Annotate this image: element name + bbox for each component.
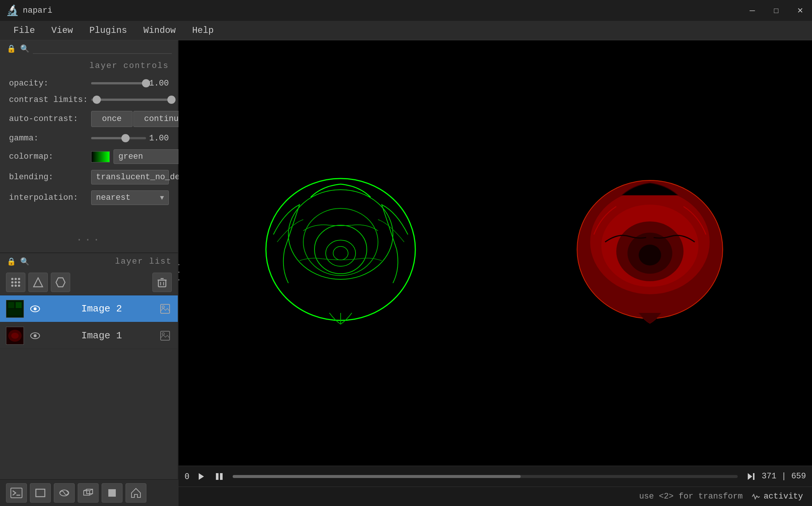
layer-thumbnail-image1 (6, 327, 24, 345)
layer-item-image1[interactable]: Image 1 (0, 322, 178, 349)
svg-rect-29 (161, 331, 170, 340)
layer-toolbar (0, 270, 178, 295)
svg-point-1 (15, 278, 17, 280)
svg-point-5 (18, 281, 20, 283)
colormap-swatch (91, 151, 110, 162)
svg-rect-60 (220, 473, 223, 480)
svg-point-0 (11, 278, 13, 280)
layer-list-panel: 🔒 🔍 layer list (0, 253, 178, 506)
svg-rect-17 (8, 302, 14, 308)
ll-lock-icon: 🔒 (6, 256, 16, 267)
skip-end-button[interactable] (744, 469, 759, 484)
stop-frame-button[interactable] (212, 469, 227, 484)
layer-controls-panel: layer controls opacity: 1.00 contrast li… (0, 57, 178, 253)
panel-side-dots: ··· (174, 262, 184, 285)
layer-controls-title: layer controls (0, 61, 178, 75)
menu-file[interactable]: File (6, 23, 43, 38)
colormap-container: green ▼ (91, 149, 188, 164)
layer-list-topbar: 🔒 🔍 layer list (0, 253, 178, 270)
svg-marker-61 (748, 473, 752, 480)
titlebar: 🔬 napari ─ □ ✕ (0, 0, 812, 21)
main-layout: 🔒 🔍 layer controls opacity: 1.00 con (0, 40, 812, 506)
brain-green (255, 167, 427, 339)
home-button[interactable] (125, 483, 146, 503)
once-button[interactable]: once (91, 111, 133, 127)
frame-count: 371 | 659 (762, 472, 806, 481)
gamma-slider[interactable] (91, 137, 146, 139)
svg-point-26 (11, 333, 19, 339)
opacity-slider[interactable] (91, 82, 146, 84)
play-button[interactable] (194, 469, 209, 484)
stop-button[interactable] (102, 483, 123, 503)
svg-rect-22 (161, 304, 170, 313)
bottom-toolbar (0, 479, 179, 506)
layer-item-image2[interactable]: Image 2 (0, 295, 178, 322)
add-labels-button[interactable] (51, 273, 70, 292)
svg-point-56 (639, 245, 661, 266)
left-panel: 🔒 🔍 layer controls opacity: 1.00 con (0, 40, 179, 506)
layer-name-image2: Image 2 (45, 303, 158, 314)
svg-rect-33 (36, 489, 45, 497)
colormap-dropdown[interactable]: green ▼ (114, 149, 188, 164)
contrast-limits-slider[interactable] (91, 99, 169, 101)
menu-view[interactable]: View (44, 23, 81, 38)
svg-point-4 (15, 281, 17, 283)
svg-rect-62 (753, 473, 754, 480)
auto-contrast-label: auto-contrast: (9, 114, 91, 124)
canvas-area[interactable] (179, 40, 812, 466)
blending-dropdown[interactable]: translucent_no_depth ▼ (91, 170, 169, 184)
activity-button[interactable]: activity (751, 492, 803, 501)
svg-point-6 (11, 285, 13, 287)
menu-help[interactable]: Help (185, 23, 221, 38)
layer-type-icon-image2 (158, 302, 172, 316)
interpolation-row: interpolation: nearest ▼ (0, 187, 178, 208)
opacity-value: 1.00 (149, 79, 169, 88)
blending-row: blending: translucent_no_depth ▼ (0, 167, 178, 187)
lock-icon: 🔒 (6, 43, 16, 54)
window-controls: ─ □ ✕ (740, 0, 812, 21)
delete-layer-button[interactable] (152, 273, 172, 292)
colormap-value: green (118, 152, 143, 161)
rectangle-button[interactable] (30, 483, 51, 503)
transform-hint: use <2> for transform (639, 492, 743, 501)
svg-marker-10 (56, 278, 65, 287)
svg-rect-11 (158, 280, 166, 287)
svg-point-2 (18, 278, 20, 280)
layer-thumbnail-image2 (6, 300, 24, 318)
interpolation-value: nearest (96, 193, 130, 202)
svg-marker-58 (199, 473, 204, 480)
frame-number: 0 (185, 472, 189, 481)
svg-point-21 (34, 307, 37, 310)
colormap-label: colormap: (9, 152, 91, 161)
2d-view-button[interactable] (78, 483, 99, 503)
layer-list-title: layer list (115, 257, 172, 266)
svg-point-7 (15, 285, 17, 287)
svg-rect-19 (8, 310, 22, 316)
minimize-button[interactable]: ─ (740, 0, 764, 21)
colormap-row: colormap: green ▼ (0, 146, 178, 167)
layer-visibility-image2[interactable] (28, 302, 42, 316)
svg-point-8 (18, 285, 20, 287)
layer-type-icon-image1 (158, 329, 172, 342)
brain-red (564, 167, 736, 339)
add-shapes-button[interactable] (28, 273, 48, 292)
layer-name-image1: Image 1 (45, 330, 158, 341)
viewer-playback-controls: 0 371 | 659 (179, 466, 812, 487)
menu-plugins[interactable]: Plugins (82, 23, 134, 38)
gamma-row: gamma: 1.00 (0, 130, 178, 146)
close-button[interactable]: ✕ (788, 0, 812, 21)
3d-rotate-button[interactable] (54, 483, 75, 503)
svg-point-28 (34, 334, 37, 337)
auto-contrast-row: auto-contrast: once continuous (0, 108, 178, 130)
add-points-button[interactable] (6, 273, 25, 292)
gamma-value: 1.00 (149, 134, 169, 143)
playback-progress-bar[interactable] (233, 475, 738, 478)
maximize-button[interactable]: □ (764, 0, 788, 21)
menu-window[interactable]: Window (136, 23, 183, 38)
gamma-label: gamma: (9, 134, 91, 143)
terminal-button[interactable] (6, 483, 27, 503)
search-bar (33, 43, 172, 54)
layer-visibility-image1[interactable] (28, 329, 42, 342)
interpolation-dropdown[interactable]: nearest ▼ (91, 190, 169, 205)
contrast-limits-row: contrast limits: (0, 91, 178, 108)
